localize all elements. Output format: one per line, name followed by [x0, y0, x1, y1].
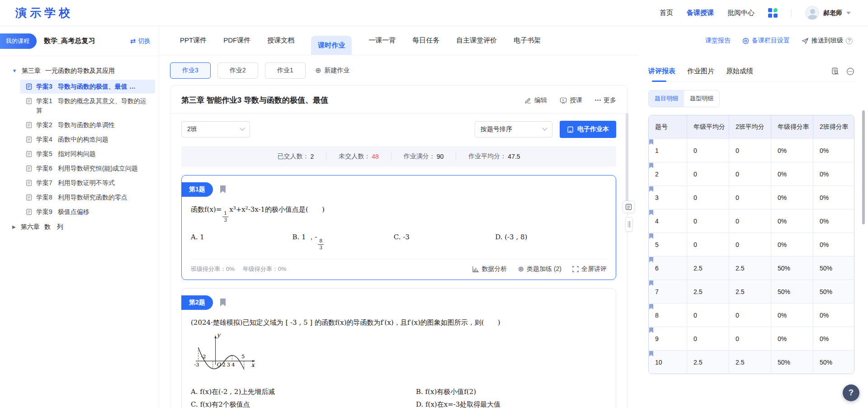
question-card-2[interactable]: 第2题 (2024·楚雄模拟)已知定义域为 [ -3 , 5 ] 的函数f(x)…	[181, 288, 616, 408]
grade-rate-value: 0%	[278, 266, 287, 272]
cell: 50%	[813, 351, 854, 374]
table-row[interactable]: 4000%0%	[649, 209, 854, 232]
report-search-icon[interactable]	[831, 67, 839, 75]
chevron-down-icon	[542, 126, 547, 131]
sidebar-item-学案9[interactable]: 学案9极值点偏移	[20, 205, 155, 219]
tab-1[interactable]: PPT课件	[180, 36, 207, 45]
table-row[interactable]: 5000%0%	[649, 232, 854, 256]
option-d: D. (-3 , 8)	[495, 233, 607, 251]
table-row[interactable]: 1000%0%	[649, 138, 854, 162]
lesson-text: 学案9极值点偏移	[36, 207, 90, 217]
panel-scrollbar[interactable]	[862, 110, 865, 224]
cell: 0%	[771, 233, 813, 256]
chapter-tree: ▼第三章一元函数的导数及其应用学案3导数与函数的极值、最值 …学案1导数的概念及…	[0, 56, 159, 408]
homework-pill-1[interactable]: 作业3	[170, 62, 211, 79]
sidebar-item-学案4[interactable]: 学案4函数中的构造问题	[20, 133, 155, 147]
bookmark-icon[interactable]	[220, 185, 226, 194]
homework-pill-2[interactable]: 作业2	[217, 62, 258, 79]
svg-text:x: x	[251, 361, 255, 368]
edit-button[interactable]: 编辑	[524, 96, 547, 104]
svg-text:3: 3	[227, 361, 230, 367]
switch-course-button[interactable]: ⇄ 切换	[130, 37, 151, 45]
subtab-2[interactable]: 题型明细	[684, 90, 719, 107]
report-tab-1[interactable]: 讲评报表	[648, 67, 675, 76]
report-tab-2[interactable]: 作业图片	[687, 67, 714, 76]
school-logo: 演示学校	[15, 5, 73, 20]
answer-card-button[interactable]	[623, 201, 635, 213]
lesson-title: 指对同构问题	[58, 150, 96, 157]
document-icon	[26, 83, 32, 90]
table-row[interactable]: 8000%0%	[649, 303, 854, 327]
new-homework-button[interactable]: ⊕新建作业	[315, 66, 349, 75]
pencil-icon	[524, 97, 532, 104]
apps-grid-icon[interactable]	[768, 8, 778, 18]
tab-7[interactable]: 自主课堂评价	[456, 36, 497, 45]
teach-button[interactable]: 授课	[560, 96, 582, 104]
bookmark-icon[interactable]	[220, 299, 226, 307]
sort-select[interactable]: 按题号排序	[475, 121, 552, 138]
cell: 0%	[813, 327, 854, 350]
help-icon[interactable]: ?	[846, 38, 853, 44]
class-select[interactable]: 2班	[181, 121, 250, 138]
class-report-link[interactable]: 课堂报告	[705, 37, 731, 45]
chapter-row-1[interactable]: ▼第三章一元函数的导数及其应用	[0, 63, 159, 79]
stat-label: 作业平均分：	[468, 152, 506, 161]
fullscreen-review-button[interactable]: 全屏讲评	[572, 265, 607, 273]
question-card-1[interactable]: 第1题 函数f(x)=13x³+x²-3x-1的极小值点是( ) A. 1 B.…	[181, 175, 616, 280]
lesson-text: 学案2导数与函数的单调性	[36, 120, 115, 130]
similar-practice-button[interactable]: ⊕ 类题加练 (2)	[518, 265, 561, 273]
collapse-handle[interactable]	[625, 217, 632, 232]
lesson-text: 学案5指对同构问题	[36, 149, 96, 159]
table-row[interactable]: 9000%0%	[649, 327, 854, 350]
sidebar-item-学案2[interactable]: 学案2导数与函数的单调性	[20, 118, 155, 132]
ebook-button[interactable]: 电子作业本	[560, 121, 616, 138]
table-row[interactable]: 62.52.550%50%	[649, 256, 854, 280]
nav-item-1[interactable]: 首页	[660, 9, 673, 16]
chapter-title: 第三章一元函数的导数及其应用	[22, 67, 115, 75]
nav-item-3[interactable]: 批阅中心	[727, 9, 755, 16]
cell: 0	[687, 304, 729, 327]
column-header-3: 2班平均分	[729, 115, 771, 138]
more-circle-icon[interactable]	[846, 67, 854, 76]
push-to-class-link[interactable]: 推送到班级 ?	[802, 37, 853, 45]
sidebar-item-学案3[interactable]: 学案3导数与函数的极值、最值 …	[20, 80, 155, 94]
table-row[interactable]: 102.52.550%50%	[649, 350, 854, 374]
tab-8[interactable]: 电子书架	[514, 36, 541, 45]
sidebar-item-学案6[interactable]: 学案6利用导数研究恒(能)成立问题	[20, 161, 155, 176]
stats-bar: 已交人数：2未交人数：48作业满分：90作业平均分：47.5	[181, 146, 616, 167]
homework-pills: 作业3作业2作业1⊕新建作业	[170, 62, 638, 79]
nav-item-2[interactable]: 备课授课	[687, 9, 714, 16]
main-scrollbar[interactable]	[626, 113, 628, 209]
tab-6[interactable]: 每日任务	[412, 36, 439, 45]
chapter-row-2[interactable]: ▶第六章数 列	[0, 219, 159, 235]
data-analysis-button[interactable]: 数据分析	[472, 265, 507, 273]
sidebar-item-学案8[interactable]: 学案8利用导数研究函数的零点	[20, 190, 155, 204]
lesson-title: 函数中的构造问题	[58, 136, 108, 143]
svg-text:2: 2	[222, 361, 226, 367]
lesson-title: 利用导数研究函数的零点	[58, 194, 127, 201]
lesson-title: 导数的概念及其意义、导数的运算	[36, 97, 146, 114]
sidebar-item-学案7[interactable]: 学案7利用导数证明不等式	[20, 176, 155, 190]
lesson-title: 利用导数证明不等式	[58, 179, 115, 186]
report-tab-icons	[831, 67, 854, 76]
subtab-1[interactable]: 题目明细	[649, 90, 684, 107]
sidebar-item-学案1[interactable]: 学案1导数的概念及其意义、导数的运算	[20, 94, 155, 118]
row-bookmark-icon	[649, 163, 653, 168]
help-button[interactable]: ?	[843, 384, 859, 401]
prep-settings-link[interactable]: 备课栏目设置	[742, 37, 790, 45]
table-row[interactable]: 3000%0%	[649, 185, 854, 209]
cell: 5	[649, 233, 687, 256]
cell: 9	[649, 327, 687, 350]
table-row[interactable]: 72.52.550%50%	[649, 280, 854, 303]
tab-4[interactable]: 课时作业	[311, 36, 352, 55]
tab-2[interactable]: PDF课件	[223, 36, 250, 45]
sidebar-item-学案5[interactable]: 学案5指对同构问题	[20, 147, 155, 161]
tab-3[interactable]: 授课文档	[267, 36, 294, 45]
tab-5[interactable]: 一课一背	[368, 36, 396, 45]
user-menu[interactable]: 郝老师	[805, 6, 851, 20]
report-tab-3[interactable]: 原始成绩	[726, 67, 753, 76]
more-button[interactable]: 更多	[595, 96, 616, 104]
homework-pill-3[interactable]: 作业1	[265, 62, 306, 79]
cell: 0	[687, 327, 729, 350]
table-row[interactable]: 2000%0%	[649, 162, 854, 185]
